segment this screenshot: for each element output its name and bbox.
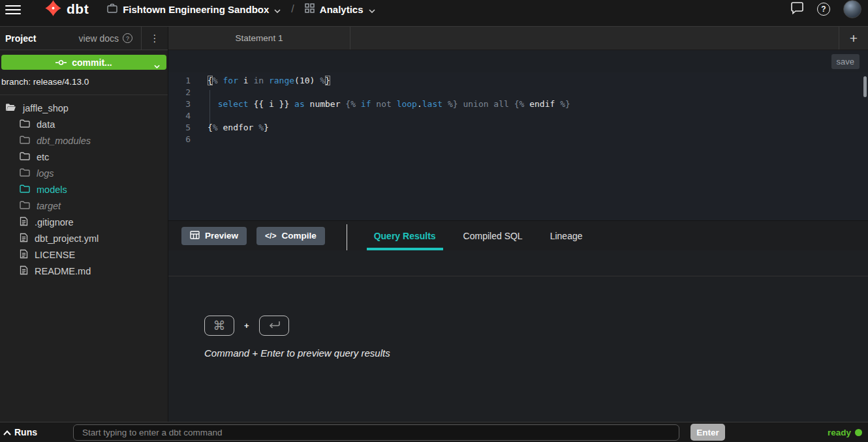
tree-item-etc[interactable]: etc [0,149,168,165]
chevron-down-icon [274,4,281,15]
briefcase-icon [107,3,117,15]
top-bar: dbt Fishtown Engineering Sandbox / Analy… [0,0,868,26]
tree-item-jaffle-shop[interactable]: jaffle_shop [0,100,168,116]
breadcrumb-separator: / [291,3,294,15]
indent-guide [209,90,210,124]
command-key-icon: ⌘ [213,318,226,333]
results-tab-lineage[interactable]: Lineage [550,221,583,250]
keyboard-hint: ⌘ + Command + Enter to preview query res… [204,316,390,359]
code-editor[interactable]: 1{% for i in range(10) %}23 select {{ i … [168,72,868,221]
code-content: select {{ i }} as number {% if not loop.… [208,98,570,110]
tab-statement-1[interactable]: Statement 1 [168,27,350,50]
folder-icon [20,168,30,179]
preview-button[interactable]: Preview [181,227,247,245]
toolbar-divider [347,224,347,250]
results-subheader [168,250,868,276]
git-commit-icon [55,57,67,68]
tree-item-target[interactable]: target [0,198,168,214]
hint-text: Command + Enter to preview query results [204,347,390,359]
help-icon[interactable]: ? [817,3,830,16]
runs-toggle[interactable]: Runs [0,427,37,437]
chat-icon[interactable] [790,2,804,17]
results-tabs: Query ResultsCompiled SQLLineage [360,221,597,250]
enter-button[interactable]: Enter [690,424,725,441]
line-number: 1 [168,75,191,87]
tree-item-models[interactable]: models [0,181,168,198]
save-button[interactable]: save [831,54,860,69]
tree-item-logs[interactable]: logs [0,165,168,181]
dbt-logo-text: dbt [67,1,89,17]
line-number: 5 [168,122,191,134]
tree-item-label: jaffle_shop [23,103,69,113]
file-tree: jaffle_shopdatadbt_modulesetclogsmodelst… [0,95,168,279]
chevron-up-icon [3,427,11,437]
code-content: {% endfor %} [208,122,269,134]
code-line-4: 4 [168,110,868,122]
folder-icon [20,119,30,130]
tree-item-label: logs [37,168,54,179]
editor-scrollbar[interactable] [863,76,867,97]
tree-item-label: target [37,201,61,211]
tree-item-readme-md[interactable]: README.md [0,263,168,279]
branch-label: branch: release/4.13.0 [0,70,168,95]
code-line-3: 3 select {{ i }} as number {% if not loo… [168,98,868,110]
workspace-name: Fishtown Engineering Sandbox [123,4,269,15]
editor-action-row: save [168,50,868,72]
plus-label: + [244,321,249,331]
chevron-down-icon [154,60,160,70]
view-docs-link[interactable]: view docs ? [79,33,132,44]
line-number: 3 [168,98,191,110]
sidebar-title: Project [5,33,36,44]
preview-button-label: Preview [205,231,238,241]
project-selector[interactable]: Analytics [305,3,375,15]
line-number: 6 [168,134,191,145]
tree-item-label: .gitignore [35,217,74,228]
tree-item-dbt-project-yml[interactable]: dbt_project.yml [0,230,168,246]
code-line-6: 6 [168,134,868,145]
tree-item-dbt-modules[interactable]: dbt_modules [0,132,168,149]
tree-item-label: README.md [35,266,91,276]
folder-icon [20,201,30,211]
line-number: 4 [168,110,191,122]
add-tab-button[interactable]: + [839,27,868,50]
dbt-logo[interactable]: dbt [44,0,89,20]
tree-item-data[interactable]: data [0,116,168,132]
results-body: ⌘ + Command + Enter to preview query res… [168,276,868,422]
line-number: 2 [168,87,191,98]
table-grid-icon [190,231,200,241]
code-line-2: 2 [168,87,868,98]
project-name: Analytics [320,4,364,15]
tree-item-label: models [37,184,67,195]
main-area: Statement 1 + save 1{% for i in range(10… [168,27,868,422]
tree-item-label: dbt_project.yml [35,233,99,244]
workspace-selector[interactable]: Fishtown Engineering Sandbox [107,3,281,15]
app-body: Project view docs ? ⋮ commit... branch: … [0,26,868,422]
folder-open-icon [5,103,16,113]
hamburger-menu-icon[interactable] [5,3,21,17]
dbt-command-input[interactable] [73,424,679,441]
enter-keycap [259,316,289,336]
folder-icon [20,184,30,195]
results-toolbar: Preview </> Compile Query ResultsCompile… [168,221,868,250]
enter-key-icon [267,319,281,333]
tree-item--gitignore[interactable]: .gitignore [0,214,168,230]
compile-button[interactable]: </> Compile [256,227,325,245]
tree-item-label: data [37,119,55,130]
grid-icon [305,3,315,15]
code-line-5: 5{% endfor %} [168,122,868,134]
results-tab-query-results[interactable]: Query Results [374,221,436,250]
question-circle-icon: ? [123,33,132,43]
tree-item-label: dbt_modules [37,136,91,146]
commit-button[interactable]: commit... [1,55,166,70]
code-line-1: 1{% for i in range(10) %} [168,75,868,87]
status-indicator: ready [828,428,862,437]
kebab-menu-icon[interactable]: ⋮ [142,33,168,43]
file-icon [20,233,28,244]
runs-label: Runs [14,427,37,437]
view-docs-label: view docs [79,33,119,44]
editor-tab-bar: Statement 1 + [168,27,868,50]
user-avatar[interactable] [843,0,861,18]
results-tab-compiled-sql[interactable]: Compiled SQL [463,221,523,250]
tree-item-license[interactable]: LICENSE [0,246,168,263]
sidebar-header: Project view docs ? ⋮ [0,27,168,50]
